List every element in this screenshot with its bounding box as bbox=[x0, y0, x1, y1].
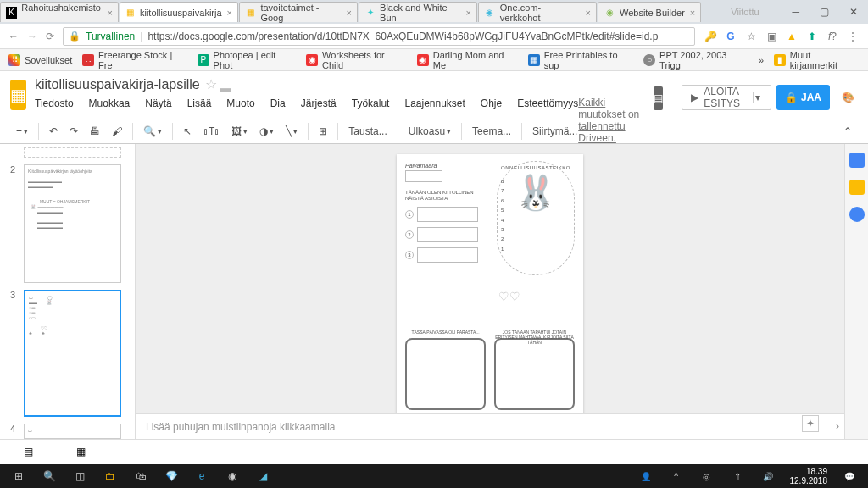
forward-icon[interactable]: → bbox=[27, 30, 37, 42]
folder-icon[interactable]: ▂ bbox=[220, 77, 231, 92]
current-slide[interactable]: Päivämäärä ONNELLISUUSASTEIKKO 87654321 … bbox=[397, 154, 583, 417]
document-title[interactable]: kiitollisuuspaivakirja-lapsille☆ ▂ bbox=[35, 76, 578, 92]
store-icon[interactable]: 🛍 bbox=[125, 464, 156, 488]
explore-icon[interactable]: ✦ bbox=[802, 415, 819, 432]
paint-format-button[interactable]: 🖌 bbox=[106, 119, 128, 143]
new-slide-button[interactable]: +▾ bbox=[10, 119, 34, 143]
textbox-tool[interactable]: ⫾T⫾ bbox=[198, 119, 225, 143]
shape-tool[interactable]: ◑▾ bbox=[253, 119, 280, 143]
close-icon[interactable]: × bbox=[347, 8, 352, 18]
reload-icon[interactable]: ⟳ bbox=[46, 30, 54, 42]
bookmark-item[interactable]: ◉Darling Mom and Me bbox=[417, 50, 518, 70]
ext-icon[interactable]: 🔑 bbox=[704, 30, 717, 43]
location-icon[interactable]: ◎ bbox=[692, 464, 722, 488]
task-view-icon[interactable]: ◫ bbox=[64, 464, 95, 488]
tasks-icon[interactable] bbox=[849, 207, 865, 222]
close-icon[interactable]: × bbox=[108, 8, 113, 18]
autosave-status[interactable]: Kaikki muutokset on tallennettu Driveen. bbox=[578, 97, 650, 114]
ext-icon[interactable]: f? bbox=[826, 30, 839, 43]
print-button[interactable]: 🖶 bbox=[84, 119, 106, 143]
ext-icon[interactable]: ▣ bbox=[765, 30, 778, 43]
menu-edit[interactable]: Muokkaa bbox=[89, 97, 131, 109]
menu-addons[interactable]: Laajennukset bbox=[404, 97, 465, 109]
line-tool[interactable]: ╲▾ bbox=[280, 119, 303, 143]
bookmark-item[interactable]: PPhotopea | edit Phot bbox=[198, 50, 296, 70]
theme-button[interactable]: Teema... bbox=[466, 119, 517, 143]
account-icon[interactable]: 🎨 bbox=[842, 86, 854, 108]
slide-thumbnail[interactable] bbox=[24, 147, 121, 158]
next-slide-icon[interactable]: › bbox=[836, 420, 839, 432]
keep-icon[interactable] bbox=[849, 180, 865, 195]
image-tool[interactable]: 🖼▾ bbox=[225, 119, 253, 143]
browser-tab[interactable]: ◉Website Builder× bbox=[598, 2, 701, 22]
bookmark-item[interactable]: ◉Worksheets for Child bbox=[306, 50, 407, 70]
tray-up-icon[interactable]: ^ bbox=[661, 464, 692, 488]
present-button[interactable]: ▶ ALOITA ESITYS▾ bbox=[682, 85, 771, 110]
explorer-icon[interactable]: 🗀 bbox=[95, 464, 125, 488]
menu-icon[interactable]: ⋮ bbox=[846, 30, 860, 43]
menu-file[interactable]: Tiedosto bbox=[35, 97, 74, 109]
slides-logo-icon[interactable]: ▦ bbox=[10, 80, 26, 110]
chevron-down-icon[interactable]: ▾ bbox=[753, 92, 762, 103]
slide-thumbnail-selected[interactable]: ▭ ◯▬▬ 🐰○▭○▭○▭ ♡♡◈ ◈ bbox=[24, 290, 121, 417]
start-button[interactable]: ⊞ bbox=[3, 464, 34, 488]
drive-icon[interactable]: ▲ bbox=[785, 30, 798, 43]
menu-tools[interactable]: Työkalut bbox=[352, 97, 390, 109]
redo-button[interactable]: ↷ bbox=[64, 119, 84, 143]
speaker-notes[interactable]: Lisää puhujan muistiinpanoja klikkaamall… bbox=[136, 413, 844, 439]
undo-button[interactable]: ↶ bbox=[43, 119, 64, 143]
comments-icon[interactable]: ▤ bbox=[654, 86, 663, 110]
browser-tab[interactable]: ▦kiitollisuuspaivakirja× bbox=[120, 2, 238, 22]
comment-tool[interactable]: ⊞ bbox=[313, 119, 333, 143]
menu-arrange[interactable]: Järjestä bbox=[301, 97, 337, 109]
minimize-icon[interactable]: ─ bbox=[782, 6, 810, 18]
layout-button[interactable]: Ulkoasu▾ bbox=[403, 119, 457, 143]
close-window-icon[interactable]: ✕ bbox=[839, 6, 868, 18]
menu-insert[interactable]: Lisää bbox=[187, 97, 212, 109]
apps-button[interactable]: ⠿Sovellukset bbox=[8, 54, 72, 66]
bookmark-item[interactable]: ∴Freerange Stock | Fre bbox=[82, 50, 187, 70]
clock[interactable]: 18.39 12.9.2018 bbox=[783, 467, 835, 485]
volume-icon[interactable]: 🔊 bbox=[753, 464, 783, 488]
back-icon[interactable]: ← bbox=[8, 30, 19, 42]
browser-tab[interactable]: ✦Black and White Bun× bbox=[359, 2, 477, 22]
app-icon[interactable]: 💎 bbox=[156, 464, 186, 488]
close-icon[interactable]: × bbox=[586, 8, 591, 18]
app-icon[interactable]: ◢ bbox=[248, 464, 278, 488]
other-bookmarks[interactable]: ▮Muut kirjanmerkit bbox=[774, 50, 860, 70]
menu-format[interactable]: Muoto bbox=[226, 97, 254, 109]
wifi-icon[interactable]: ⇑ bbox=[722, 464, 753, 488]
slide-thumbnail[interactable]: ▭ bbox=[24, 424, 121, 439]
browser-tab[interactable]: ◉One.com-verkkohot× bbox=[478, 2, 597, 22]
browser-tab[interactable]: KRahoitushakemisto -× bbox=[0, 2, 119, 22]
close-icon[interactable]: × bbox=[466, 8, 471, 18]
ext-icon[interactable]: G bbox=[724, 30, 737, 43]
transition-button[interactable]: Siirtymä... bbox=[526, 119, 583, 143]
url-input[interactable]: 🔒 Turvallinen | https://docs.google.com/… bbox=[63, 27, 695, 46]
ext-icon[interactable]: ⬆ bbox=[805, 30, 819, 43]
menu-accessibility[interactable]: Esteettömyys bbox=[517, 97, 578, 109]
chrome-icon[interactable]: ◉ bbox=[217, 464, 248, 488]
people-icon[interactable]: 👤 bbox=[631, 464, 661, 488]
star-icon[interactable]: ☆ bbox=[744, 30, 758, 43]
background-button[interactable]: Tausta... bbox=[342, 119, 392, 143]
browser-tab[interactable]: ▦tavoitetaimet - Goog× bbox=[239, 2, 358, 22]
menu-slide[interactable]: Dia bbox=[270, 97, 286, 109]
menu-view[interactable]: Näytä bbox=[145, 97, 171, 109]
share-button[interactable]: 🔒 JAA bbox=[776, 85, 830, 110]
edge-icon[interactable]: e bbox=[186, 464, 217, 488]
grid-view-icon[interactable]: ▦ bbox=[76, 446, 90, 459]
close-icon[interactable]: × bbox=[227, 8, 232, 18]
notifications-icon[interactable]: 💬 bbox=[834, 464, 865, 488]
select-tool[interactable]: ↖ bbox=[177, 119, 198, 143]
filmstrip-view-icon[interactable]: ▤ bbox=[24, 446, 37, 459]
star-icon[interactable]: ☆ bbox=[205, 77, 217, 92]
bookmarks-overflow[interactable]: » bbox=[759, 55, 764, 65]
menu-help[interactable]: Ohje bbox=[481, 97, 502, 109]
collapse-toolbar-icon[interactable]: ⌃ bbox=[837, 119, 858, 143]
slide-canvas[interactable]: Päivämäärä ONNELLISUUSASTEIKKO 87654321 … bbox=[136, 144, 844, 439]
slide-thumbnail[interactable]: Kiitollisuuspäiväkirjan täyttöohjeita▬▬▬… bbox=[24, 164, 121, 283]
calendar-icon[interactable] bbox=[849, 152, 865, 168]
bookmark-item[interactable]: ▦Free Printables to sup bbox=[528, 50, 633, 70]
maximize-icon[interactable]: ▢ bbox=[810, 6, 839, 18]
